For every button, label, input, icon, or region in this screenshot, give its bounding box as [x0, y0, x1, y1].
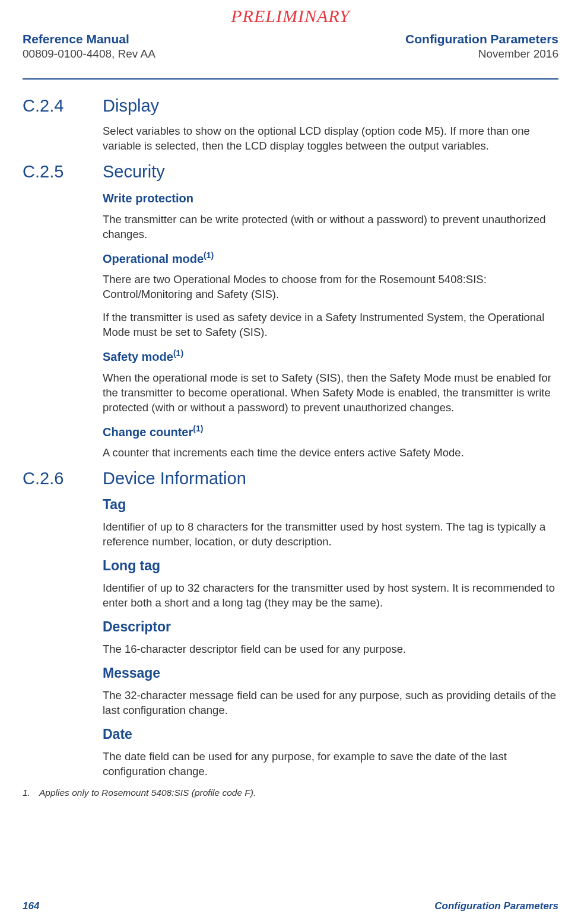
- body-paragraph: The date field can be used for any purpo…: [103, 750, 558, 779]
- body-paragraph: If the transmitter is used as safety dev…: [103, 310, 558, 340]
- body-paragraph: The 16-character descriptor field can be…: [103, 642, 558, 657]
- subheading: Change counter(1): [103, 424, 558, 439]
- body-paragraph: Identifier of up to 32 characters for th…: [103, 581, 558, 611]
- subheading: Write protection: [103, 190, 558, 205]
- header-doc-number: 00809-0100-4408, Rev AA: [23, 47, 155, 62]
- header-left: Reference Manual 00809-0100-4408, Rev AA: [23, 31, 155, 62]
- footnote-ref: (1): [173, 348, 183, 358]
- section-body: Write protection The transmitter can be …: [103, 190, 558, 461]
- section-heading-row: C.2.6 Device Information: [23, 469, 558, 488]
- footnote-ref: (1): [193, 424, 203, 433]
- subheading-text: Write protection: [103, 192, 193, 205]
- subheading-text: Long tag: [103, 558, 160, 573]
- subheading: Message: [103, 665, 558, 681]
- page-header: Reference Manual 00809-0100-4408, Rev AA…: [23, 31, 558, 80]
- body-paragraph: The transmitter can be write protected (…: [103, 212, 558, 242]
- section-heading-row: C.2.4 Display: [23, 96, 558, 116]
- subheading: Operational mode(1): [103, 250, 558, 266]
- subheading-text: Tag: [103, 497, 126, 512]
- body-paragraph: When the operational mode is set to Safe…: [103, 371, 558, 415]
- body-paragraph: A counter that increments each time the …: [103, 446, 558, 461]
- subheading: Descriptor: [103, 619, 558, 635]
- body-paragraph: There are two Operational Modes to choos…: [103, 272, 558, 302]
- subheading: Safety mode(1): [103, 348, 558, 364]
- section-number: C.2.5: [23, 162, 103, 182]
- section-title: Device Information: [103, 469, 246, 488]
- section-heading-row: C.2.5 Security: [23, 162, 558, 182]
- footnote-text: Applies only to Rosemount 5408:SIS (prof…: [39, 788, 256, 798]
- subheading-text: Change counter: [103, 425, 193, 438]
- subheading: Long tag: [103, 558, 558, 574]
- footnote-ref: (1): [204, 250, 214, 260]
- section-body: Select variables to show on the optional…: [103, 124, 558, 154]
- section-number: C.2.4: [23, 96, 103, 116]
- body-paragraph: Identifier of up to 8 characters for the…: [103, 520, 558, 550]
- subheading-text: Date: [103, 726, 132, 742]
- section-number: C.2.6: [23, 469, 103, 488]
- section-title: Display: [103, 96, 159, 116]
- page-container: PRELIMINARY Reference Manual 00809-0100-…: [0, 0, 581, 924]
- header-right: Configuration Parameters November 2016: [405, 31, 558, 62]
- page-footer: 164 Configuration Parameters: [23, 900, 558, 912]
- header-manual-title: Reference Manual: [23, 31, 155, 47]
- subheading-text: Descriptor: [103, 619, 171, 634]
- section-body: Tag Identifier of up to 8 characters for…: [103, 497, 558, 779]
- section-c25: C.2.5 Security Write protection The tran…: [23, 162, 558, 461]
- subheading: Tag: [103, 497, 558, 513]
- subheading: Date: [103, 726, 558, 742]
- subheading-text: Message: [103, 665, 160, 681]
- footnote-number: 1.: [23, 788, 39, 798]
- section-c26: C.2.6 Device Information Tag Identifier …: [23, 469, 558, 779]
- watermark-text: PRELIMINARY: [23, 6, 558, 26]
- body-paragraph: Select variables to show on the optional…: [103, 124, 558, 154]
- section-title: Security: [103, 162, 165, 182]
- body-paragraph: The 32-character message field can be us…: [103, 688, 558, 718]
- footnote: 1.Applies only to Rosemount 5408:SIS (pr…: [23, 788, 558, 798]
- header-date: November 2016: [405, 47, 558, 62]
- subheading-text: Safety mode: [103, 350, 173, 363]
- page-number: 164: [23, 900, 39, 912]
- section-c24: C.2.4 Display Select variables to show o…: [23, 96, 558, 154]
- subheading-text: Operational mode: [103, 252, 204, 265]
- footer-section-title: Configuration Parameters: [434, 900, 558, 912]
- header-section-title: Configuration Parameters: [405, 31, 558, 47]
